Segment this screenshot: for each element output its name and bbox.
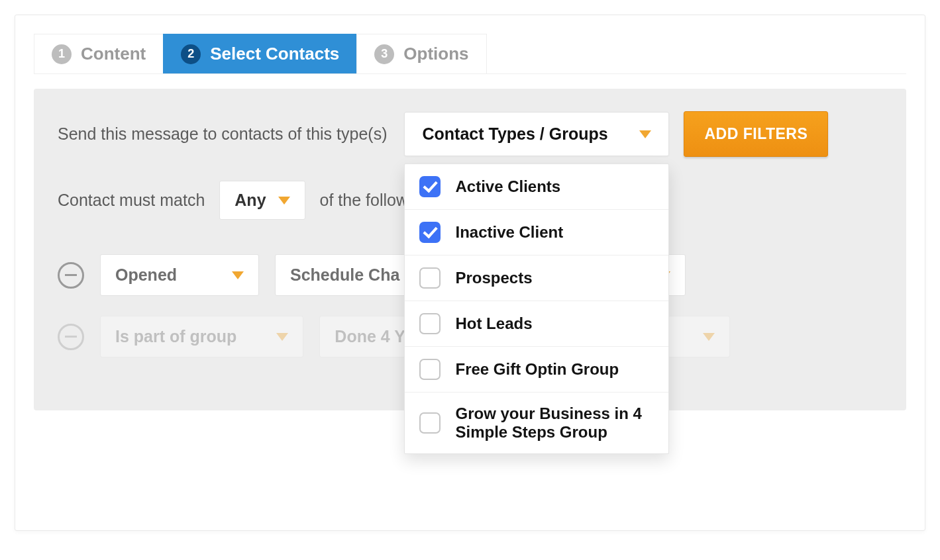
tab-options[interactable]: 3 Options — [356, 34, 486, 73]
chevron-down-icon — [278, 197, 290, 205]
filter-value: Schedule Cha — [290, 265, 399, 285]
checkbox-icon[interactable] — [419, 222, 441, 243]
chevron-down-icon — [639, 130, 651, 138]
add-filters-button[interactable]: ADD FILTERS — [684, 111, 828, 157]
option-label: Inactive Client — [455, 223, 563, 242]
step-badge: 1 — [52, 44, 72, 64]
chevron-down-icon — [276, 333, 288, 341]
wizard-card: 1 Content 2 Select Contacts 3 Options Se… — [15, 15, 925, 531]
step-badge: 2 — [181, 44, 201, 64]
checkbox-icon[interactable] — [419, 176, 441, 197]
contact-type-option[interactable]: Hot Leads — [405, 301, 668, 347]
tab-label: Options — [403, 44, 468, 64]
match-mode-value: Any — [235, 191, 266, 210]
step-badge: 3 — [374, 44, 394, 64]
match-pre-text: Contact must match — [58, 191, 205, 210]
match-mode-select[interactable]: Any — [219, 181, 305, 220]
contact-types-label: Contact Types / Groups — [422, 124, 607, 144]
contact-types-menu: Active ClientsInactive ClientProspectsHo… — [404, 163, 669, 454]
send-prompt: Send this message to contacts of this ty… — [58, 124, 387, 144]
option-label: Grow your Business in 4 Simple Steps Gro… — [455, 404, 654, 442]
option-label: Hot Leads — [455, 314, 532, 333]
option-label: Free Gift Optin Group — [455, 360, 619, 379]
contact-type-option[interactable]: Grow your Business in 4 Simple Steps Gro… — [405, 393, 668, 453]
tab-content[interactable]: 1 Content — [34, 34, 164, 73]
tab-label: Content — [81, 44, 146, 64]
contact-type-option[interactable]: Active Clients — [405, 164, 668, 210]
chevron-down-icon — [232, 271, 244, 279]
minus-icon — [65, 336, 77, 338]
contacts-panel: Send this message to contacts of this ty… — [34, 89, 906, 410]
contact-type-option[interactable]: Prospects — [405, 256, 668, 301]
contact-types-select[interactable]: Contact Types / Groups — [404, 112, 669, 156]
contact-types-dropdown: Contact Types / Groups Active ClientsIna… — [404, 112, 669, 156]
option-label: Prospects — [455, 269, 532, 287]
filter-condition-select[interactable]: Is part of group — [100, 316, 303, 357]
checkbox-icon[interactable] — [419, 267, 441, 289]
filter-condition-value: Opened — [115, 265, 177, 285]
minus-icon — [65, 274, 77, 276]
checkbox-icon[interactable] — [419, 313, 441, 334]
contact-type-option[interactable]: Free Gift Optin Group — [405, 347, 668, 393]
checkbox-icon[interactable] — [419, 359, 441, 380]
remove-filter-button[interactable] — [58, 262, 84, 289]
tab-select-contacts[interactable]: 2 Select Contacts — [163, 34, 357, 73]
checkbox-icon[interactable] — [419, 412, 441, 434]
option-label: Active Clients — [455, 177, 560, 196]
wizard-tabs: 1 Content 2 Select Contacts 3 Options — [34, 34, 906, 74]
contact-type-option[interactable]: Inactive Client — [405, 210, 668, 256]
filter-condition-value: Is part of group — [115, 327, 236, 346]
send-to-row: Send this message to contacts of this ty… — [58, 111, 882, 157]
tab-label: Select Contacts — [210, 44, 339, 64]
remove-filter-button[interactable] — [58, 324, 84, 350]
filter-condition-select[interactable]: Opened — [100, 254, 259, 296]
chevron-down-icon — [703, 333, 715, 341]
